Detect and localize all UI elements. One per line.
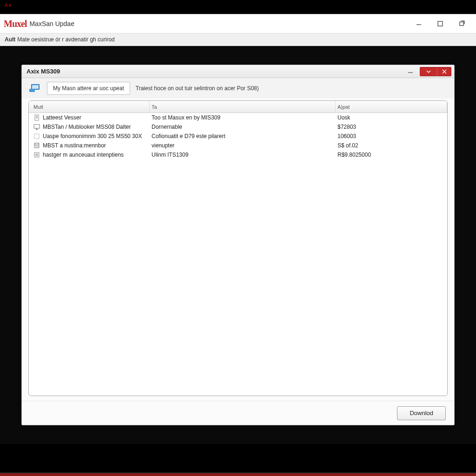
device-select-button[interactable]: My Masn attere ar uoc upeat xyxy=(47,82,130,95)
caret-down-icon xyxy=(426,69,431,74)
download-button[interactable]: Downlod xyxy=(397,406,446,420)
download-button-label: Downlod xyxy=(410,410,433,416)
toolbar-hint: Traiest hoce on out tuir selintron on ac… xyxy=(136,85,259,92)
table-row[interactable]: MBSTan / Mublooker MSS08 DalterDornernab… xyxy=(29,122,447,132)
device-select-label: My Masn attere ar uoc upeat xyxy=(53,85,124,92)
row-name: MBSTan / Mublooker MSS08 Dalter xyxy=(43,124,131,130)
top-indicator: A ▾ xyxy=(5,3,11,8)
app-logo: Muxel xyxy=(4,19,26,29)
document-icon xyxy=(33,114,40,121)
svg-rect-15 xyxy=(34,125,40,128)
subheader-bold: Ault xyxy=(5,36,15,43)
svg-rect-16 xyxy=(36,129,38,130)
update-dialog: Axix MS309 xyxy=(21,65,455,425)
list-body: Latteest VesserToo st Masux en by MIS309… xyxy=(29,113,447,396)
row-desc: Too st Masux en by MIS309 xyxy=(152,114,220,121)
row-name: MBST a nustina:mennbor xyxy=(43,142,106,149)
svg-rect-10 xyxy=(29,89,35,92)
device-icon xyxy=(28,83,41,93)
dialog-titlebar: Axix MS309 xyxy=(22,65,454,78)
table-row[interactable]: Uaspe fonomonimnm 300 25 MS50 30XCofionu… xyxy=(29,132,447,141)
dialog-close-button[interactable] xyxy=(437,67,451,76)
list-icon xyxy=(33,152,40,158)
row-value: Uosk xyxy=(337,114,350,121)
bottom-edge xyxy=(0,473,476,476)
table-row[interactable]: MBST a nustina:mennborvienupterS$ of.02 xyxy=(29,141,447,150)
update-list: Mutl Ta A)pat Latteest VesserToo st Masu… xyxy=(28,100,448,396)
table-row[interactable]: hastger m aunceuaut intenptiensUlinm ITS… xyxy=(29,150,447,159)
desktop-area: Axix MS309 xyxy=(0,46,476,444)
dialog-footer: Downlod xyxy=(22,401,454,425)
restore-icon xyxy=(458,20,465,27)
list-header: Mutl Ta A)pat xyxy=(29,101,447,113)
svg-rect-2 xyxy=(460,22,463,26)
blank-icon xyxy=(33,133,40,139)
column-header-value[interactable]: A)pat xyxy=(336,101,447,112)
svg-rect-19 xyxy=(35,143,38,145)
row-value: S$ of.02 xyxy=(337,142,358,149)
row-desc: Ulinm ITS1309 xyxy=(152,152,188,158)
maximize-button[interactable] xyxy=(430,17,451,31)
row-desc: Dornernable xyxy=(152,124,182,130)
subheader: Ault Mate oesistrue ór r avdenatir gh cu… xyxy=(0,33,476,46)
minimize-icon xyxy=(408,69,413,74)
monitor-icon xyxy=(33,124,40,130)
app-window: Muxel MaxSan Updae Ault Mate oesistrue ó… xyxy=(0,14,476,444)
svg-rect-17 xyxy=(34,134,39,139)
dialog-toolbar: My Masn attere ar uoc upeat Traiest hoce… xyxy=(22,78,454,99)
row-name: Uaspe fonomonimnm 300 25 MS50 30X xyxy=(43,133,142,139)
subheader-text: Mate oesistrue ór r avdenatir gh curirod xyxy=(17,36,114,43)
row-value: 106003 xyxy=(337,133,356,139)
row-desc: Cofionuatit e D79 este pilarert xyxy=(152,133,225,139)
titlebar: Muxel MaxSan Updae xyxy=(0,14,476,33)
row-value: $72803 xyxy=(337,124,356,130)
app-title: MaxSan Updae xyxy=(29,20,74,27)
table-row[interactable]: Latteest VesserToo st Masux en by MIS309… xyxy=(29,113,447,122)
minimize-icon xyxy=(416,20,422,27)
minimize-button[interactable] xyxy=(408,17,430,31)
disk-icon xyxy=(33,142,40,149)
column-header-desc[interactable]: Ta xyxy=(150,101,336,112)
dialog-close-group xyxy=(420,67,451,76)
maximize-icon xyxy=(437,20,443,27)
dialog-action-button[interactable] xyxy=(422,67,436,76)
dialog-title: Axix MS309 xyxy=(26,68,60,75)
dialog-minimize-button[interactable] xyxy=(404,67,417,76)
row-value: R$9.8025000 xyxy=(337,152,371,158)
svg-rect-9 xyxy=(32,85,39,89)
restore-button[interactable] xyxy=(451,17,472,31)
close-icon xyxy=(442,69,447,74)
row-desc: vienupter xyxy=(152,142,174,149)
column-header-name[interactable]: Mutl xyxy=(29,101,150,112)
svg-rect-11 xyxy=(35,115,39,120)
row-name: Latteest Vesser xyxy=(43,114,81,121)
svg-rect-1 xyxy=(438,21,443,26)
row-name: hastger m aunceuaut intenptiens xyxy=(43,152,124,158)
